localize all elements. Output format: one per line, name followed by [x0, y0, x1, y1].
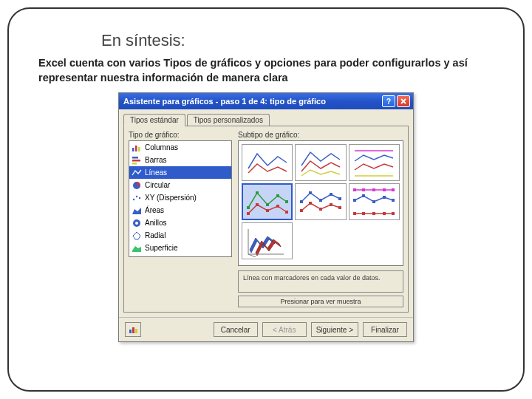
subtype-empty-1 [295, 222, 346, 259]
svg-marker-10 [132, 208, 141, 214]
svg-rect-37 [330, 203, 332, 206]
chart-type-listbox[interactable]: Columnas Barras Líneas Circular [129, 140, 232, 257]
svg-marker-14 [132, 246, 141, 252]
chart-type-item-superficie[interactable]: Superficie [129, 242, 231, 254]
svg-rect-5 [132, 163, 137, 165]
finish-button[interactable]: Finalizar [363, 322, 407, 337]
chart-type-item-circular[interactable]: Circular [129, 179, 231, 191]
svg-rect-24 [247, 212, 250, 215]
svg-rect-2 [138, 147, 140, 151]
next-button[interactable]: Siguiente > [311, 322, 358, 337]
percent-stacked-line-icon [352, 146, 396, 179]
svg-rect-45 [353, 199, 356, 202]
subtype-line-2[interactable] [295, 144, 346, 181]
donut-icon [132, 219, 142, 228]
slide-title: En síntesis: [101, 31, 494, 50]
subtype-line-1[interactable] [242, 144, 293, 181]
chart-type-label-text: Áreas [145, 206, 164, 214]
svg-rect-31 [319, 199, 322, 202]
chart-type-item-radial[interactable]: Radial [129, 229, 231, 242]
bars-icon [132, 156, 142, 165]
svg-rect-49 [392, 199, 395, 202]
chart-type-item-columnas[interactable]: Columnas [129, 141, 231, 154]
svg-rect-46 [362, 194, 365, 197]
chart-type-label-text: Superficie [145, 244, 177, 252]
chart-wizard-dialog: Asistente para gráficos - paso 1 de 4: t… [118, 92, 414, 342]
svg-rect-38 [338, 206, 341, 209]
chart-wizard-icon [128, 324, 138, 335]
svg-rect-41 [362, 188, 365, 191]
tab-standard-types[interactable]: Tipos estándar [123, 114, 185, 126]
stacked-line-markers-icon [299, 185, 343, 218]
chart-type-label-text: Anillos [145, 219, 166, 227]
svg-rect-28 [285, 211, 288, 214]
svg-rect-3 [132, 157, 138, 159]
close-button[interactable] [397, 95, 410, 107]
svg-rect-35 [309, 202, 312, 205]
help-button[interactable]: ? [382, 95, 395, 107]
svg-rect-33 [338, 197, 341, 200]
svg-rect-51 [353, 212, 356, 215]
chart-type-item-burbujas[interactable]: Burbujas [129, 254, 231, 257]
titlebar[interactable]: Asistente para gráficos - paso 1 de 4: t… [119, 93, 413, 109]
svg-point-8 [136, 195, 137, 197]
chart-type-label-text: Burbujas [145, 256, 174, 257]
svg-rect-44 [392, 188, 395, 191]
chart-type-item-xy[interactable]: XY (Dispersión) [129, 191, 231, 204]
svg-rect-27 [276, 205, 279, 208]
back-button[interactable]: < Atrás [262, 322, 307, 337]
chart-type-label-text: Líneas [145, 168, 167, 177]
svg-point-9 [139, 197, 140, 198]
bubble-icon [132, 256, 142, 258]
svg-rect-30 [309, 191, 312, 194]
subtype-description: Línea con marcadores en cada valor de da… [238, 270, 403, 293]
svg-rect-47 [372, 200, 375, 203]
percent-line-markers-icon [352, 185, 396, 218]
tab-strip: Tipos estándar Tipos personalizados [119, 109, 413, 126]
pie-icon [132, 181, 142, 190]
line-chart-icon [245, 146, 290, 179]
chart-type-label-text: Circular [145, 181, 170, 189]
cancel-button[interactable]: Cancelar [214, 322, 258, 337]
svg-rect-63 [135, 329, 137, 333]
chart-type-item-areas[interactable]: Áreas [129, 204, 231, 216]
svg-rect-55 [392, 212, 395, 215]
slide-frame: En síntesis: Excel cuenta con varios Tip… [7, 7, 525, 392]
lines-icon [132, 168, 142, 177]
office-assistant-button[interactable] [125, 322, 141, 337]
subtype-line-markers-1[interactable] [242, 183, 293, 220]
svg-rect-52 [362, 212, 365, 215]
dialog-title: Asistente para gráficos - paso 1 de 4: t… [123, 97, 381, 106]
line-3d-icon [245, 225, 290, 257]
subtype-line-markers-3[interactable] [349, 183, 400, 220]
press-hold-preview-button[interactable]: Presionar para ver muestra [238, 296, 403, 307]
chart-subtype-grid [238, 140, 403, 266]
chart-type-label: Tipo de gráfico: [129, 131, 232, 139]
chart-type-item-anillos[interactable]: Anillos [129, 216, 231, 229]
chart-type-item-lineas[interactable]: Líneas [129, 166, 231, 179]
svg-line-60 [248, 254, 256, 257]
svg-rect-42 [372, 188, 375, 191]
subtype-line-3[interactable] [349, 144, 400, 181]
radar-icon [132, 231, 142, 240]
chart-type-item-barras[interactable]: Barras [129, 154, 231, 166]
surface-icon [132, 244, 142, 253]
svg-rect-22 [276, 194, 279, 197]
stacked-line-icon [299, 146, 343, 179]
svg-point-7 [133, 198, 134, 200]
slide-body: Excel cuenta con varios Tipos de gráfico… [38, 56, 494, 85]
svg-rect-20 [256, 191, 259, 194]
columns-icon [132, 143, 142, 152]
line-markers-icon [245, 185, 290, 218]
chart-type-label-text: Barras [145, 156, 166, 164]
svg-rect-26 [266, 209, 269, 212]
chart-type-label-text: Columnas [145, 143, 178, 151]
tab-custom-types[interactable]: Tipos personalizados [187, 114, 270, 126]
subtype-line-markers-2[interactable] [295, 183, 346, 220]
svg-rect-19 [247, 206, 250, 209]
subtype-line-3d[interactable] [242, 222, 293, 259]
scatter-icon [132, 194, 142, 202]
svg-marker-13 [133, 232, 140, 239]
svg-rect-53 [372, 212, 375, 215]
svg-rect-61 [129, 330, 132, 333]
